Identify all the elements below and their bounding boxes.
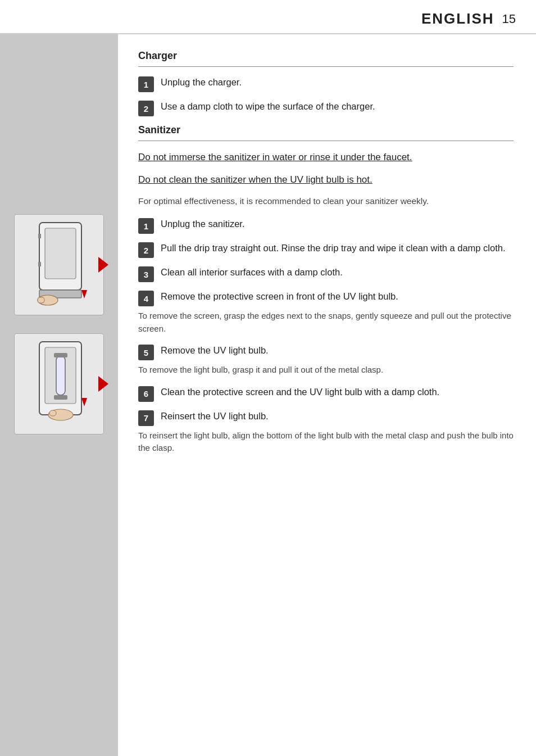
- sanitizer-step-5-text: Remove the UV light bulb.: [161, 344, 269, 357]
- svg-rect-14: [49, 410, 56, 416]
- sanitizer-step-5-number: 5: [138, 345, 154, 360]
- header-title: ENGLISH: [421, 10, 494, 28]
- sanitizer-step-4-note: To remove the screen, grasp the edges ne…: [138, 310, 514, 335]
- sanitizer-step-2-text: Pull the drip tray straight out. Rinse t…: [161, 242, 506, 255]
- illustration-2-wrapper: [14, 333, 104, 434]
- charger-step-1-number: 1: [138, 76, 154, 92]
- sanitizer-step-3-text: Clean all interior surfaces with a damp …: [161, 266, 343, 279]
- illustration-1-wrapper: [14, 214, 104, 315]
- charger-title: Charger: [138, 50, 514, 62]
- sidebar: [0, 34, 118, 756]
- sanitizer-step-1-number: 1: [138, 218, 154, 234]
- page-number: 15: [502, 12, 516, 26]
- illustration-2: [14, 333, 104, 434]
- sanitizer-step-5-note: To remove the light bulb, grasp it and p…: [138, 364, 514, 377]
- svg-rect-11: [54, 353, 67, 357]
- sanitizer-note: For optimal effectiveness, it is recomme…: [138, 194, 514, 207]
- svg-rect-2: [38, 234, 41, 238]
- charger-section: Charger 1 Unplug the charger. 2 Use a da…: [138, 50, 514, 116]
- illustration-1: [14, 214, 104, 315]
- sanitizer-warning-2: Do not clean the sanitizer when the UV l…: [138, 173, 514, 187]
- sanitizer-step-7-text: Reinsert the UV light bulb.: [161, 410, 269, 423]
- charger-step-1-text: Unplug the charger.: [161, 76, 242, 89]
- charger-step-2-number: 2: [138, 101, 154, 116]
- sanitizer-step-3-number: 3: [138, 266, 154, 282]
- sanitizer-step-7-note: To reinsert the light bulb, align the bo…: [138, 429, 514, 455]
- sanitizer-step-7-number: 7: [138, 410, 154, 426]
- charger-step-1: 1 Unplug the charger.: [138, 76, 514, 92]
- sanitizer-step-4-text: Remove the protective screen in front of…: [161, 290, 398, 304]
- charger-step-2-text: Use a damp cloth to wipe the surface of …: [161, 100, 375, 114]
- sanitizer-step-1-text: Unplug the sanitizer.: [161, 218, 245, 231]
- main-layout: Charger 1 Unplug the charger. 2 Use a da…: [0, 34, 536, 756]
- sanitizer-step-5: 5 Remove the UV light bulb.: [138, 344, 514, 360]
- sanitizer-step-2-number: 2: [138, 242, 154, 258]
- sanitizer-step-4: 4 Remove the protective screen in front …: [138, 290, 514, 306]
- svg-marker-15: [81, 398, 87, 406]
- sanitizer-step-6-number: 6: [138, 386, 154, 402]
- sanitizer-step-7: 7 Reinsert the UV light bulb.: [138, 410, 514, 426]
- svg-marker-7: [81, 290, 87, 298]
- sidebar-arrow-2: [98, 376, 108, 392]
- svg-rect-10: [56, 356, 65, 395]
- svg-rect-3: [38, 262, 41, 266]
- svg-rect-1: [45, 228, 76, 279]
- sanitizer-step-4-number: 4: [138, 291, 154, 306]
- sanitizer-step-6-text: Clean the protective screen and the UV l…: [161, 386, 439, 399]
- svg-rect-6: [38, 297, 44, 303]
- sidebar-arrow-1: [98, 257, 108, 273]
- charger-divider: [138, 66, 514, 67]
- sanitizer-section: Sanitizer Do not immerse the sanitizer i…: [138, 124, 514, 455]
- sanitizer-step-1: 1 Unplug the sanitizer.: [138, 218, 514, 234]
- content-area: Charger 1 Unplug the charger. 2 Use a da…: [118, 34, 536, 756]
- sanitizer-step-2: 2 Pull the drip tray straight out. Rinse…: [138, 242, 514, 258]
- sanitizer-title: Sanitizer: [138, 124, 514, 136]
- header: ENGLISH 15: [0, 0, 536, 34]
- sanitizer-divider: [138, 141, 514, 141]
- sanitizer-step-6: 6 Clean the protective screen and the UV…: [138, 386, 514, 402]
- page: ENGLISH 15: [0, 0, 536, 756]
- sanitizer-step-3: 3 Clean all interior surfaces with a dam…: [138, 266, 514, 282]
- sanitizer-warning-1: Do not immerse the sanitizer in water or…: [138, 150, 514, 165]
- svg-rect-12: [54, 395, 67, 400]
- charger-step-2: 2 Use a damp cloth to wipe the surface o…: [138, 100, 514, 116]
